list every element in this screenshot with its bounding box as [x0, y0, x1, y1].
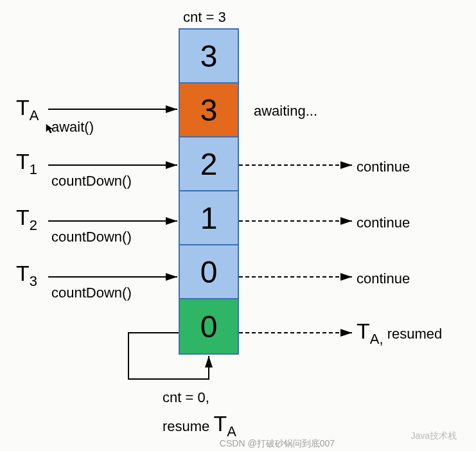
- watermark-java: Java技术栈: [410, 430, 457, 442]
- cell-3: 1: [180, 191, 238, 245]
- thread-t2-label: T2: [16, 205, 37, 234]
- thread-ta-label: TA: [16, 95, 39, 124]
- counter-stack: 3 3 2 1 0 0: [179, 28, 239, 355]
- cnt-top-label: cnt = 3: [183, 9, 226, 26]
- resume-ta-label: resume TA: [163, 411, 236, 440]
- thread-t3-label: T3: [16, 261, 37, 290]
- awaiting-label: awaiting...: [254, 103, 317, 119]
- thread-t2-method: countDown(): [51, 229, 132, 245]
- cell-2: 2: [180, 137, 238, 191]
- thread-ta-method: await(): [51, 119, 94, 136]
- thread-t1-method: countDown(): [51, 173, 132, 190]
- resumed-label: TA, resumed: [357, 319, 442, 348]
- continue-1-label: continue: [357, 159, 410, 175]
- cell-5: 0: [180, 299, 238, 353]
- cell-4: 0: [180, 245, 238, 299]
- watermark-csdn: CSDN @打破砂锅问到底007: [220, 438, 335, 450]
- thread-t1-label: T1: [16, 149, 37, 178]
- cnt-zero-label: cnt = 0,: [163, 389, 209, 406]
- cell-0: 3: [180, 30, 238, 84]
- continue-2-label: continue: [357, 215, 410, 231]
- thread-t3-method: countDown(): [51, 285, 132, 301]
- cursor-icon: [45, 123, 55, 135]
- cell-1: 3: [180, 84, 238, 137]
- continue-3-label: continue: [357, 270, 410, 287]
